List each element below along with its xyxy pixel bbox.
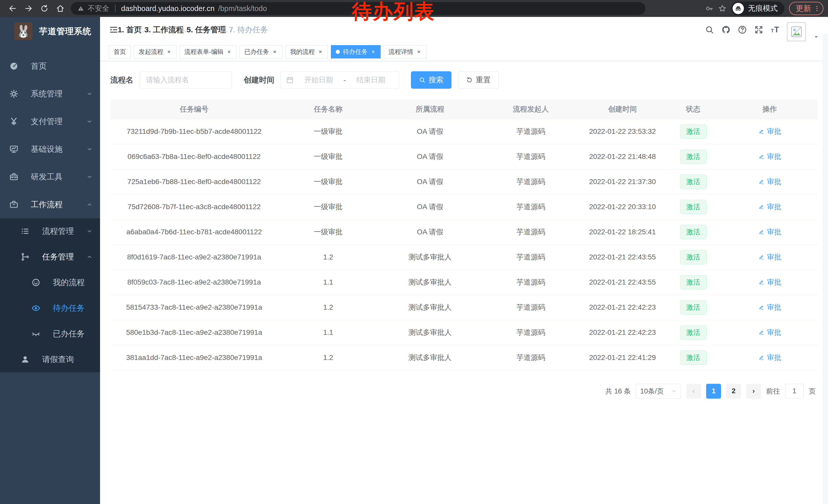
approve-button[interactable]: 审批: [758, 353, 781, 363]
password-key-icon[interactable]: [705, 4, 714, 12]
cell-action: 审批: [721, 144, 818, 169]
scrollbar[interactable]: [823, 34, 828, 504]
create-time-range-input[interactable]: 开始日期 - 结束日期: [281, 71, 399, 89]
page-button-2[interactable]: 2: [726, 384, 741, 399]
column-header: 所属流程: [378, 99, 482, 119]
breadcrumb-item[interactable]: 任务管理: [195, 25, 226, 35]
goto-suffix: 页: [809, 386, 816, 396]
close-icon: [416, 49, 421, 54]
page-size-select[interactable]: 10条/页: [636, 384, 681, 399]
approve-button[interactable]: 审批: [758, 303, 781, 312]
reset-button[interactable]: 重置: [458, 71, 499, 89]
column-header: 创建时间: [580, 99, 665, 119]
cell-action: 审批: [721, 270, 818, 295]
cell-created: 2022-01-21 22:42:23: [580, 295, 665, 320]
devtools-icon: [9, 172, 20, 182]
tab-1[interactable]: 发起流程: [134, 45, 176, 58]
sidebar-item-process-management[interactable]: 流程管理: [0, 218, 100, 244]
leave-query-icon: [20, 355, 32, 364]
search-button-icon: [419, 77, 425, 83]
tab-active-5[interactable]: 待办任务: [331, 45, 381, 58]
status-badge: 激活: [680, 325, 707, 340]
status-badge: 激活: [680, 149, 707, 164]
table-row: 069c6a63-7b8a-11ec-8ef0-acde48001122一级审批…: [110, 144, 818, 169]
next-page-button[interactable]: ›: [746, 384, 761, 399]
prev-page-button[interactable]: ‹: [686, 384, 701, 399]
process-name-label: 流程名: [110, 75, 133, 85]
sidebar-item-gear[interactable]: 系统管理: [0, 80, 100, 108]
cell-status: 激活: [665, 144, 721, 169]
tab-6[interactable]: 流程详情: [384, 45, 426, 58]
sidebar-item-devtools[interactable]: 研发工具: [0, 163, 100, 191]
sidebar-item-todo-task[interactable]: 待办任务: [0, 295, 100, 321]
sidebar-item-yen[interactable]: 支付管理: [0, 108, 100, 135]
goto-page-input[interactable]: 1: [785, 384, 803, 399]
my-process-icon: [31, 278, 43, 287]
cell-created: 2022-01-22 23:53:32: [580, 119, 665, 144]
font-size-icon[interactable]: TT: [771, 25, 780, 34]
process-name-input[interactable]: 请输入流程名: [139, 71, 232, 89]
approve-button[interactable]: 审批: [758, 177, 781, 187]
page-button-1[interactable]: 1: [706, 384, 721, 399]
sidebar-logo-row[interactable]: 🐰 芋道管理系统: [0, 17, 100, 46]
divider: [115, 5, 115, 12]
cell-name: 1.1: [278, 320, 379, 345]
cell-status: 激活: [665, 345, 721, 370]
cell-process: OA 请假: [378, 119, 482, 144]
search-icon[interactable]: [705, 25, 714, 34]
process-name-placeholder: 请输入流程名: [146, 75, 189, 85]
user-caret-down-icon[interactable]: [813, 34, 819, 40]
approve-button[interactable]: 审批: [758, 328, 781, 337]
url-host: dashboard.yudao.iocoder.cn: [121, 4, 214, 13]
approve-button[interactable]: 审批: [758, 252, 781, 262]
not-secure-label: 不安全: [88, 4, 109, 13]
goto-label: 前往: [766, 386, 780, 396]
cell-process: 测试多审批人: [378, 295, 482, 320]
approve-button[interactable]: 审批: [758, 127, 781, 136]
avatar[interactable]: [787, 22, 806, 41]
sidebar-item-workflow[interactable]: 工作流程: [0, 191, 100, 218]
sidebar-item-leave-query[interactable]: 请假查询: [0, 347, 100, 372]
tab-3[interactable]: 已办任务: [240, 45, 282, 58]
address-bar[interactable]: 不安全 dashboard.yudao.iocoder.cn/bpm/task/…: [71, 2, 646, 15]
github-icon[interactable]: [721, 25, 731, 34]
cell-name: 1.1: [278, 270, 379, 295]
cell-created: 2022-01-21 22:41:29: [580, 345, 665, 370]
sidebar-item-label: 请假查询: [42, 354, 100, 365]
sidebar-collapse-icon[interactable]: [109, 25, 119, 35]
approve-button[interactable]: 审批: [758, 277, 781, 287]
tab-0[interactable]: 首页: [109, 45, 131, 58]
update-label: 更新: [796, 3, 811, 14]
gear-icon: [9, 89, 20, 98]
browser-update-button[interactable]: 更新: [789, 2, 823, 15]
cell-initiator: 芋道源码: [482, 270, 580, 295]
sidebar-item-infrastructure[interactable]: 基础设施: [0, 135, 100, 163]
bookmark-star-icon[interactable]: [718, 4, 727, 12]
cell-action: 审批: [721, 169, 818, 194]
browser-menu-dots-icon[interactable]: [813, 5, 821, 12]
browser-forward-icon[interactable]: [20, 1, 36, 16]
sidebar-item-done-task[interactable]: 已办任务: [0, 321, 100, 347]
cell-id: 8f059c03-7ac8-11ec-a9e2-a2380e71991a: [110, 270, 278, 295]
sidebar-item-dashboard[interactable]: 首页: [0, 52, 100, 80]
tab-label: 发起流程: [139, 48, 163, 56]
browser-back-icon[interactable]: [5, 1, 20, 16]
approve-button[interactable]: 审批: [758, 152, 781, 162]
browser-reload-icon[interactable]: [36, 1, 52, 16]
sidebar-item-my-process[interactable]: 我的流程: [0, 270, 100, 295]
close-icon: [318, 49, 323, 54]
approve-button[interactable]: 审批: [758, 202, 781, 212]
task-management-icon: [20, 252, 32, 262]
sidebar-item-task-management[interactable]: 任务管理: [0, 244, 100, 270]
edit-icon: [758, 329, 764, 336]
browser-home-icon[interactable]: [52, 1, 68, 16]
fullscreen-icon[interactable]: [754, 25, 763, 34]
edit-icon: [758, 354, 764, 361]
column-header: 操作: [721, 99, 818, 119]
approve-button[interactable]: 审批: [758, 227, 781, 237]
tab-2[interactable]: 流程表单-编辑: [179, 45, 237, 58]
search-button[interactable]: 搜索: [411, 71, 451, 89]
help-icon[interactable]: [738, 25, 747, 34]
tab-4[interactable]: 我的流程: [285, 45, 328, 58]
breadcrumb-item[interactable]: 工作流程: [153, 25, 184, 35]
